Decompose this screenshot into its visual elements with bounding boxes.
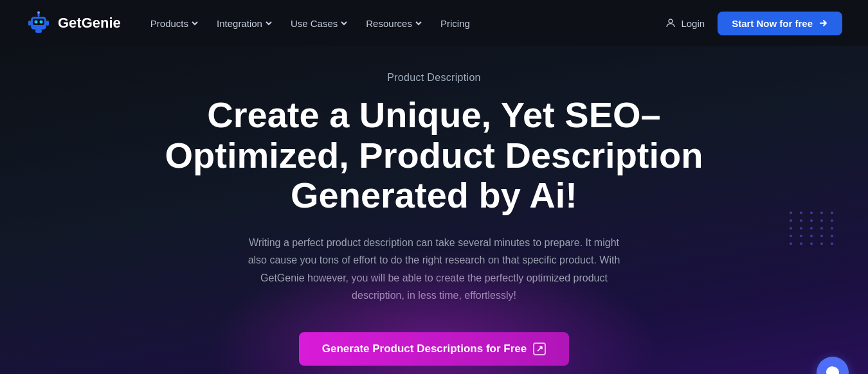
nav-item-integration[interactable]: Integration <box>210 14 279 33</box>
hero-title: Create a Unique, Yet SEO–Optimized, Prod… <box>158 95 710 216</box>
svg-point-9 <box>669 19 673 23</box>
chevron-down-icon <box>191 19 199 27</box>
nav-link-resources[interactable]: Resources <box>359 14 429 33</box>
logo-text: GetGenie <box>58 15 121 31</box>
svg-point-5 <box>37 12 40 14</box>
chevron-down-icon <box>340 19 348 27</box>
nav-link-integration[interactable]: Integration <box>210 14 279 33</box>
nav-link-pricing[interactable]: Pricing <box>434 14 476 33</box>
svg-point-2 <box>35 21 38 24</box>
generate-cta-button[interactable]: Generate Product Descriptions for Free ↗ <box>299 332 569 366</box>
start-now-button[interactable]: Start Now for free <box>718 12 842 35</box>
nav-left: GetGenie Products Integration <box>26 10 476 36</box>
user-icon <box>665 17 676 29</box>
nav-item-products[interactable]: Products <box>144 14 205 33</box>
login-button[interactable]: Login <box>665 17 705 29</box>
svg-point-3 <box>40 21 43 24</box>
logo-icon <box>26 10 51 36</box>
nav-item-pricing[interactable]: Pricing <box>434 14 476 33</box>
svg-rect-7 <box>28 21 31 26</box>
navbar: GetGenie Products Integration <box>0 0 868 46</box>
hero-eyebrow: Product Description <box>387 72 481 84</box>
nav-item-use-cases[interactable]: Use Cases <box>284 14 354 33</box>
chat-support-button[interactable] <box>817 357 849 374</box>
nav-link-use-cases[interactable]: Use Cases <box>284 14 354 33</box>
hero-description: Writing a perfect product description ca… <box>241 234 627 304</box>
nav-link-products[interactable]: Products <box>144 14 205 33</box>
nav-links: Products Integration Use Cases <box>144 14 476 33</box>
svg-rect-6 <box>35 30 42 33</box>
hero-section: Product Description Create a Unique, Yet… <box>0 46 868 374</box>
chevron-down-icon <box>265 19 273 27</box>
logo-link[interactable]: GetGenie <box>26 10 121 36</box>
svg-rect-8 <box>46 21 49 26</box>
arrow-box-icon: ↗ <box>533 343 546 355</box>
nav-right: Login Start Now for free <box>665 12 842 35</box>
arrow-right-icon <box>818 18 828 28</box>
nav-item-resources[interactable]: Resources <box>359 14 429 33</box>
dot-pattern-decoration <box>790 212 836 245</box>
chevron-down-icon <box>415 19 422 27</box>
chat-icon <box>825 365 840 374</box>
